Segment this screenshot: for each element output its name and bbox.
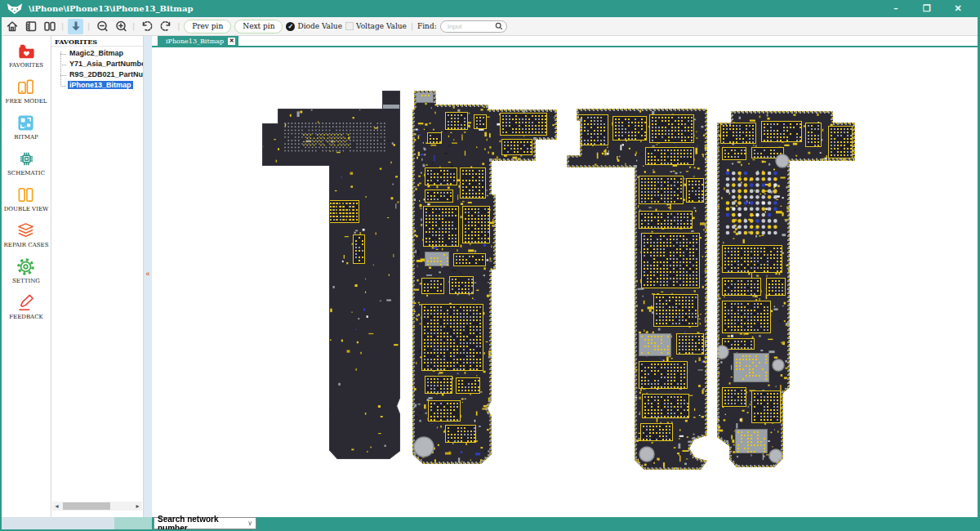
- window-title: \iPhone\iPhone13\iPhone13_Bitmap: [29, 4, 193, 13]
- setting-icon: [16, 257, 35, 276]
- favorites-item-label: Y71_Asia_PartNumber_Diag: [68, 60, 143, 68]
- bitmap-icon: [16, 114, 35, 132]
- search-network-label: Search network number: [158, 515, 247, 531]
- free-model-icon: [16, 78, 35, 96]
- schematic-icon: [17, 149, 36, 168]
- voltage-value-toggle[interactable]: Voltage Value: [345, 22, 407, 30]
- sidebar-item-label: FAVORITES: [9, 62, 43, 69]
- sidebar-item-free-model[interactable]: FREE MODEL: [6, 78, 47, 105]
- double-view-icon: [16, 185, 35, 204]
- left-icon-rail: FAVORITESFREE MODELBITMAPSCHEMATICDOUBLE…: [2, 36, 51, 517]
- diode-value-label: Diode Value: [297, 22, 342, 30]
- zoom-out-icon: [96, 20, 109, 33]
- sidebar-item-favorites[interactable]: FAVORITES: [9, 42, 43, 69]
- bitmap-viewport: [152, 47, 978, 517]
- home-button[interactable]: [4, 19, 20, 34]
- status-bar: Search network number ∨: [0, 517, 980, 529]
- scroll-right-arrow-icon[interactable]: ▸: [133, 502, 142, 511]
- voltage-checkbox-unchecked[interactable]: [345, 22, 354, 30]
- rotate-cw-button[interactable]: [158, 19, 173, 34]
- double-panel-button[interactable]: [42, 19, 57, 34]
- sidebar-item-feedback[interactable]: FEEDBACK: [9, 293, 42, 320]
- down-arrow-icon: [69, 20, 82, 33]
- sidebar-item-label: FEEDBACK: [9, 314, 42, 320]
- double-panel-icon: [43, 20, 56, 33]
- favorites-icon: [17, 42, 36, 60]
- zoom-in-icon: [114, 20, 127, 33]
- sidebar-item-label: FREE MODEL: [6, 98, 47, 105]
- toolbar: | | | | Prev pin Next pin ✓ Diode Value …: [0, 17, 980, 36]
- prev-pin-button[interactable]: Prev pin: [184, 20, 231, 33]
- tab-bar: iPhone13_Bitmap ✕: [152, 36, 978, 47]
- favorites-item-r9s_2db021_partnumber_[interactable]: R9S_2DB021_PartNumber_: [55, 70, 143, 81]
- rotate-ccw-button[interactable]: [139, 19, 154, 34]
- zoom-in-button[interactable]: [113, 19, 128, 34]
- sidebar-item-label: SCHEMATIC: [7, 170, 45, 176]
- restore-button[interactable]: ❐: [911, 3, 942, 14]
- title-bar: \iPhone\iPhone13\iPhone13_Bitmap – ❐ ✕: [0, 0, 980, 17]
- sidebar-item-repair-cases[interactable]: REPAIR CASES: [4, 221, 49, 248]
- tab-label: iPhone13_Bitmap: [166, 38, 224, 45]
- favorites-tree: Magic2_BitmapY71_Asia_PartNumber_DiagR9S…: [51, 47, 143, 91]
- zoom-out-button[interactable]: [94, 19, 109, 34]
- app-logo-fox-icon: [7, 2, 23, 15]
- collapse-panel-button[interactable]: «: [144, 270, 152, 278]
- sidebar-item-label: REPAIR CASES: [4, 242, 49, 248]
- drop-pin-button[interactable]: [68, 19, 83, 34]
- search-icon: [495, 22, 503, 30]
- repair-cases-icon: [16, 221, 35, 240]
- content-area: iPhone13_Bitmap ✕: [152, 36, 978, 517]
- sidebar-item-setting[interactable]: SETTING: [12, 257, 40, 284]
- sidebar-item-schematic[interactable]: SCHEMATIC: [7, 149, 45, 176]
- favorites-hscrollbar[interactable]: ◂ ▸: [52, 502, 142, 511]
- favorites-header: FAVORITES: [51, 36, 143, 47]
- pcb-bitmap-canvas[interactable]: [152, 47, 978, 517]
- voltage-value-label: Voltage Value: [356, 22, 407, 30]
- minimize-button[interactable]: –: [880, 3, 911, 14]
- favorites-item-label: iPhone13_Bitmap: [68, 81, 133, 89]
- home-icon: [6, 20, 19, 33]
- next-pin-button[interactable]: Next pin: [234, 20, 283, 33]
- close-button[interactable]: ✕: [942, 3, 973, 14]
- favorites-item-y71_asia_partnumber_diag[interactable]: Y71_Asia_PartNumber_Diag: [55, 60, 143, 70]
- favorites-item-iphone13_bitmap[interactable]: iPhone13_Bitmap: [55, 81, 143, 91]
- favorites-item-magic2_bitmap[interactable]: Magic2_Bitmap: [55, 49, 143, 60]
- find-label: Find:: [417, 22, 437, 30]
- favorites-tree-rows: Magic2_BitmapY71_Asia_PartNumber_DiagR9S…: [55, 49, 143, 91]
- panel-collapse-strip: «: [144, 36, 152, 517]
- tab-iphone13-bitmap[interactable]: iPhone13_Bitmap ✕: [158, 36, 238, 46]
- feedback-icon: [16, 293, 35, 312]
- favorites-item-label: R9S_2DB021_PartNumber_: [68, 70, 143, 78]
- sidebar-item-label: BITMAP: [14, 134, 38, 141]
- favorites-item-label: Magic2_Bitmap: [68, 49, 125, 57]
- chevron-down-icon: ∨: [247, 520, 252, 527]
- favorites-panel: FAVORITES Magic2_BitmapY71_Asia_PartNumb…: [51, 36, 144, 517]
- sidebar-item-label: DOUBLE VIEW: [4, 206, 49, 212]
- rotate-cw-icon: [159, 20, 172, 33]
- sidebar-item-bitmap[interactable]: BITMAP: [14, 114, 38, 141]
- search-network-dropdown[interactable]: Search network number ∨: [154, 517, 256, 529]
- app-window: \iPhone\iPhone13\iPhone13_Bitmap – ❐ ✕ |…: [0, 0, 980, 531]
- hscroll-thumb[interactable]: [63, 502, 110, 510]
- window-controls: – ❐ ✕: [880, 3, 973, 14]
- sidebar-item-label: SETTING: [12, 278, 40, 284]
- scroll-left-arrow-icon[interactable]: ◂: [52, 502, 61, 511]
- side-panel-icon: [24, 20, 38, 33]
- diode-checkbox-checked-icon[interactable]: ✓: [286, 22, 295, 31]
- sidebar-item-double-view[interactable]: DOUBLE VIEW: [4, 185, 49, 212]
- rotate-ccw-icon: [140, 20, 154, 33]
- find-field-wrap: [440, 20, 507, 33]
- panel-toggle-button[interactable]: [23, 19, 38, 34]
- tab-close-icon[interactable]: ✕: [228, 38, 235, 45]
- diode-value-toggle[interactable]: ✓ Diode Value: [286, 22, 342, 31]
